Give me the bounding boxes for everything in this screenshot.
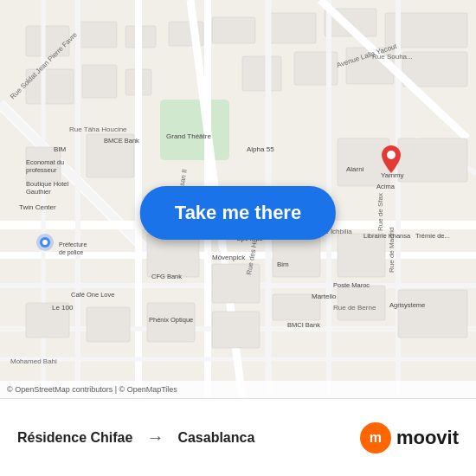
svg-text:BIM: BIM — [54, 145, 67, 153]
svg-rect-43 — [398, 290, 467, 338]
bottom-bar: Résidence Chifae → Casablanca m moovit — [0, 398, 476, 476]
svg-text:de police: de police — [59, 249, 83, 256]
svg-text:Préfecture: Préfecture — [59, 241, 87, 248]
svg-text:Economat du: Economat du — [26, 158, 64, 166]
svg-text:Agrisysteme: Agrisysteme — [389, 301, 425, 309]
svg-rect-34 — [147, 234, 199, 277]
svg-rect-7 — [268, 13, 316, 43]
svg-text:Yammy: Yammy — [381, 171, 404, 179]
svg-text:BMCE Bank: BMCE Bank — [104, 137, 139, 145]
svg-text:Alpha 55: Alpha 55 — [247, 145, 274, 153]
svg-text:Phénix Optique: Phénix Optique — [149, 316, 193, 324]
svg-text:Boutique Hotel: Boutique Hotel — [26, 180, 69, 188]
moovit-logo-text: moovit — [396, 427, 459, 449]
svg-rect-42 — [338, 286, 385, 320]
moovit-logo: m moovit — [360, 422, 459, 453]
svg-text:Le 100: Le 100 — [52, 304, 74, 312]
svg-text:Mövenpick: Mövenpick — [212, 254, 246, 261]
svg-rect-1 — [160, 100, 229, 160]
svg-text:Rue de Berne: Rue de Berne — [333, 304, 376, 312]
svg-point-90 — [42, 240, 48, 245]
svg-text:Acima: Acima — [376, 183, 396, 190]
svg-rect-6 — [212, 17, 255, 43]
svg-rect-41 — [398, 138, 467, 182]
svg-text:Rue Táha Houcine: Rue Táha Houcine — [69, 125, 127, 133]
svg-point-92 — [387, 151, 396, 159]
svg-text:Librairie Khansa: Librairie Khansa — [363, 232, 411, 240]
svg-rect-47 — [212, 312, 260, 348]
svg-rect-37 — [338, 234, 385, 277]
svg-rect-45 — [87, 307, 130, 342]
route-info: Résidence Chifae → Casablanca — [17, 428, 360, 447]
svg-text:Rue de Sfax: Rue de Sfax — [376, 193, 384, 231]
moovit-logo-icon: m — [360, 422, 391, 453]
svg-text:© OpenStreetMap contributors |: © OpenStreetMap contributors | © OpenMap… — [7, 385, 177, 394]
svg-text:Grand Théâtre: Grand Théâtre — [166, 132, 211, 140]
svg-text:Bim: Bim — [277, 261, 289, 268]
svg-text:Martello: Martello — [312, 293, 337, 300]
svg-text:Gauthier: Gauthier — [26, 188, 51, 196]
svg-text:CFG Bank: CFG Bank — [151, 273, 182, 280]
svg-rect-11 — [82, 65, 117, 98]
svg-text:Twin Center: Twin Center — [19, 203, 56, 211]
take-me-there-button[interactable]: Take me there — [140, 186, 336, 240]
svg-text:Rue Souha...: Rue Souha... — [372, 53, 413, 61]
to-location: Casablanca — [177, 430, 254, 446]
svg-text:BMCI Bank: BMCI Bank — [287, 321, 320, 329]
from-location: Résidence Chifae — [17, 430, 132, 446]
arrow-icon: → — [146, 428, 164, 447]
map-container: Rue Soldat Jean Pierre Favre Rue Táha Ho… — [0, 0, 476, 398]
svg-text:Poste Maroc: Poste Maroc — [333, 281, 370, 289]
svg-text:professeur: professeur — [26, 166, 57, 174]
svg-text:Café One Love: Café One Love — [71, 291, 114, 299]
svg-text:Mohamed Bahi: Mohamed Bahi — [10, 357, 57, 365]
svg-text:Alarni: Alarni — [346, 165, 364, 173]
svg-rect-3 — [78, 22, 117, 48]
svg-text:Trémie de...: Trémie de... — [415, 232, 450, 240]
svg-rect-13 — [242, 56, 281, 91]
